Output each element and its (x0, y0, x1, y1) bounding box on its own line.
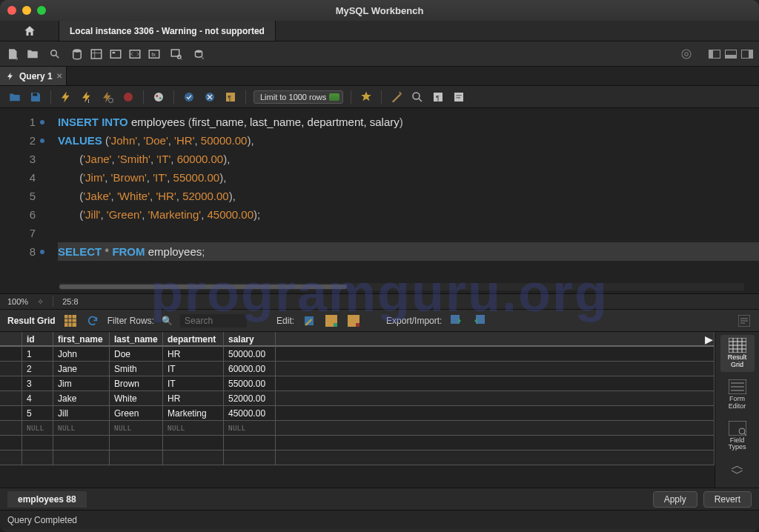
column-header[interactable] (0, 332, 22, 347)
svg-point-10 (196, 50, 202, 53)
code-area[interactable]: INSERT INTO employees (first_name, last_… (42, 108, 759, 293)
execute-current-icon[interactable]: I (79, 90, 94, 104)
grid-view-icon[interactable] (63, 313, 78, 328)
toggle-autocommit-icon[interactable] (151, 90, 166, 104)
result-grid-mode-button[interactable]: Result Grid (720, 335, 755, 372)
query-tab[interactable]: Query 1 ✕ (0, 67, 67, 85)
column-header[interactable]: salary (224, 332, 276, 347)
delete-row-icon[interactable] (346, 313, 361, 328)
svg-point-20 (159, 97, 162, 99)
svg-point-12 (685, 52, 689, 56)
titlebar: MySQL Workbench (0, 0, 759, 21)
toggle-right-panel-button[interactable] (741, 50, 753, 59)
create-table-icon[interactable] (89, 47, 104, 61)
filter-rows-label: Filter Rows: (107, 316, 154, 326)
result-side-panel: Result Grid Form Editor Field Types ︿﹀ (715, 332, 759, 488)
toggle-bottom-panel-button[interactable] (725, 50, 737, 59)
editor-statusbar: 100% ✧ 25:8 (0, 293, 759, 310)
connection-tab[interactable]: Local instance 3306 - Warning - not supp… (59, 21, 276, 41)
query-tab-label: Query 1 (19, 71, 53, 82)
result-grid-title: Result Grid (7, 316, 56, 326)
column-header[interactable]: first_name (53, 332, 110, 347)
editor-hscrollbar[interactable] (59, 283, 744, 290)
create-function-icon[interactable]: fx (147, 47, 162, 61)
gutter: 12345678 (0, 108, 42, 293)
commit-icon[interactable] (182, 90, 196, 104)
refresh-icon[interactable] (85, 313, 100, 328)
svg-rect-34 (356, 323, 359, 327)
svg-point-41 (739, 428, 745, 434)
open-file-icon[interactable] (7, 90, 22, 104)
export-icon[interactable] (449, 313, 464, 328)
svg-point-1 (73, 49, 82, 53)
column-header[interactable]: id (22, 332, 53, 347)
table-row[interactable]: 3JimBrownIT55000.00 (0, 376, 715, 391)
svg-point-19 (156, 95, 158, 97)
row-limit-label: Limit to 1000 rows (260, 93, 326, 102)
table-row[interactable]: 4JakeWhiteHR52000.00 (0, 391, 715, 406)
row-limit-select[interactable]: Limit to 1000 rows (253, 90, 343, 104)
table-row[interactable]: 1JohnDoeHR50000.00 (0, 347, 715, 362)
column-header[interactable]: department (163, 332, 224, 347)
wrap-cell-icon[interactable] (737, 313, 752, 328)
reconnect-icon[interactable] (191, 47, 206, 61)
svg-text:¶: ¶ (436, 93, 440, 101)
wrap-icon[interactable] (451, 90, 466, 104)
settings-icon[interactable] (679, 47, 694, 61)
toggle-invisible-icon[interactable]: ¶ (431, 90, 445, 104)
close-tab-icon[interactable]: ✕ (56, 72, 62, 80)
svg-point-21 (185, 93, 193, 102)
save-file-icon[interactable] (28, 90, 43, 104)
toggle-whitespace-icon[interactable]: ¶ (223, 90, 238, 104)
expand-arrow-icon[interactable]: ▶ (705, 333, 713, 345)
result-tab[interactable]: employees 88 (7, 491, 87, 508)
field-types-mode-button[interactable]: Field Types (720, 418, 755, 455)
revert-button[interactable]: Revert (703, 491, 752, 508)
lightning-icon (6, 72, 15, 81)
explain-icon[interactable] (100, 90, 115, 104)
svg-rect-4 (113, 52, 116, 53)
filter-rows-input[interactable] (180, 314, 247, 327)
stop-icon[interactable] (121, 90, 136, 104)
edit-row-icon[interactable] (302, 313, 316, 328)
inspector-icon[interactable] (47, 47, 62, 61)
create-schema-icon[interactable] (70, 47, 84, 61)
table-row[interactable]: 5JillGreenMarketing45000.00 (0, 406, 715, 421)
table-row[interactable]: 2JaneSmithIT60000.00 (0, 362, 715, 376)
form-editor-mode-button[interactable]: Form Editor (720, 376, 755, 413)
status-text: Query Completed (7, 515, 77, 525)
window-title: MySQL Workbench (0, 5, 759, 16)
result-grid[interactable]: idfirst_namelast_namedepartmentsalary 1J… (0, 332, 715, 488)
execute-icon[interactable] (59, 90, 73, 104)
toggle-left-panel-button[interactable] (709, 50, 720, 59)
table-row-null[interactable]: NULLNULLNULLNULLNULL (0, 421, 715, 436)
import-icon[interactable] (471, 313, 486, 328)
zoom-level[interactable]: 100% (7, 297, 28, 306)
column-header[interactable]: last_name (110, 332, 163, 347)
create-procedure-icon[interactable] (127, 47, 142, 61)
svg-text:fx: fx (151, 51, 156, 58)
svg-point-25 (413, 93, 420, 99)
svg-rect-13 (33, 93, 37, 96)
apply-button[interactable]: Apply (653, 491, 697, 508)
query-tabs: Query 1 ✕ (0, 67, 759, 86)
open-sql-file-icon[interactable] (25, 47, 40, 61)
beautify-icon[interactable] (389, 90, 404, 104)
svg-rect-3 (110, 50, 121, 58)
favorite-icon[interactable] (359, 90, 374, 104)
home-tab[interactable] (0, 21, 59, 41)
svg-text:¶: ¶ (228, 93, 231, 101)
svg-point-0 (51, 50, 57, 56)
create-view-icon[interactable] (108, 47, 123, 61)
search-table-data-icon[interactable] (169, 47, 184, 61)
result-bottom-bar: employees 88 Apply Revert (0, 488, 759, 510)
rollback-icon[interactable] (202, 90, 217, 104)
add-row-icon[interactable] (324, 313, 339, 328)
sql-editor[interactable]: 12345678 INSERT INTO employees (first_na… (0, 108, 759, 293)
find-icon[interactable] (410, 90, 425, 104)
svg-rect-29 (64, 315, 76, 327)
new-sql-tab-icon[interactable] (6, 47, 21, 61)
scroll-modes-icon[interactable]: ︿﹀ (731, 462, 744, 478)
svg-point-18 (154, 93, 163, 102)
editor-toolbar: I ¶ Limit to 1000 rows ¶ (0, 86, 759, 108)
